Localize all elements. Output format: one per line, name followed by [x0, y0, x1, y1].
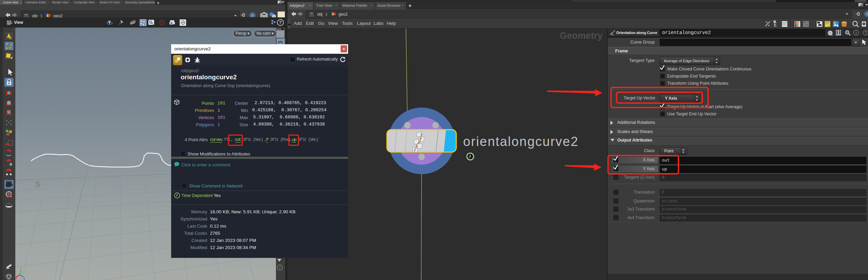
- svg-text:+: +: [837, 24, 838, 28]
- svg-text:z: z: [23, 277, 25, 280]
- svg-text:S: S: [35, 179, 41, 189]
- svg-text:y: y: [20, 267, 22, 270]
- svg-text:x: x: [15, 276, 17, 280]
